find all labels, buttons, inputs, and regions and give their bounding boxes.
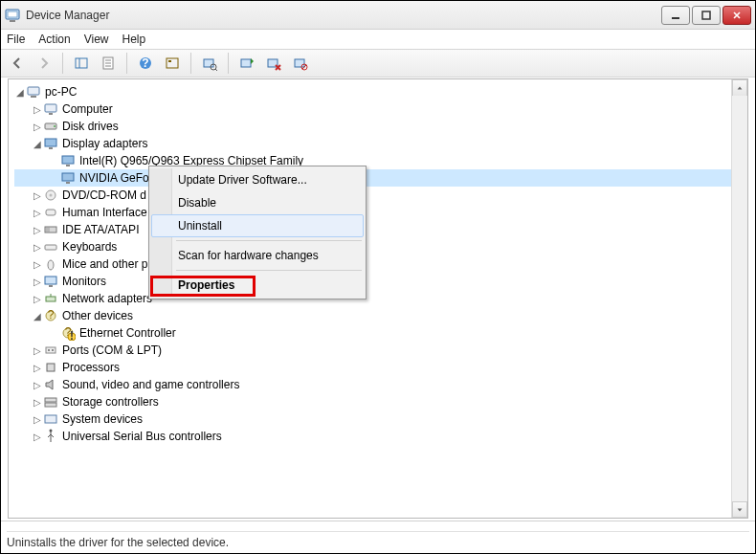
device-icon	[43, 429, 58, 444]
tree-item-label: Storage controllers	[62, 395, 159, 409]
toolbar: ?	[1, 49, 755, 78]
device-tree[interactable]: ◢pc-PC▷Computer▷Disk drives◢Display adap…	[9, 79, 747, 449]
action-button[interactable]	[160, 52, 185, 75]
expand-toggle[interactable]: ◢	[32, 139, 43, 149]
scroll-down-button[interactable]	[732, 501, 747, 518]
tree-item-label: IDE ATA/ATAPI	[62, 223, 139, 236]
svg-rect-45	[46, 297, 56, 301]
tree-item[interactable]: ▷Sound, video and game controllers	[14, 376, 742, 393]
tree-item[interactable]: ▷Processors	[14, 359, 742, 376]
expand-toggle[interactable]: ▷	[32, 294, 43, 304]
context-menu-item[interactable]: Scan for hardware changes	[151, 244, 364, 267]
expand-toggle[interactable]: ▷	[32, 225, 43, 235]
back-button[interactable]	[5, 52, 30, 75]
tree-item[interactable]: ?!Ethernet Controller	[14, 324, 742, 342]
context-menu-item[interactable]: Properties	[151, 274, 364, 297]
svg-rect-24	[31, 96, 36, 98]
menu-file[interactable]: File	[7, 33, 25, 46]
expand-toggle[interactable]: ▷	[32, 380, 43, 390]
tree-item[interactable]: Intel(R) Q965/Q963 Express Chipset Famil…	[14, 152, 742, 169]
menu-separator	[176, 240, 362, 241]
tree-item[interactable]: ▷Computer	[14, 100, 742, 118]
tree-item[interactable]: ▷Mice and other p	[14, 255, 742, 273]
minimize-button[interactable]	[661, 6, 690, 25]
svg-rect-25	[45, 104, 56, 112]
tree-item-label: Mice and other p	[62, 257, 147, 271]
device-icon	[43, 136, 58, 151]
svg-text:!: !	[70, 329, 74, 341]
expand-toggle[interactable]: ◢	[32, 311, 43, 321]
device-icon	[43, 101, 58, 117]
svg-point-55	[52, 349, 54, 351]
tree-item[interactable]: ▷IDE ATA/ATAPI	[14, 221, 742, 238]
uninstall-button[interactable]	[261, 52, 286, 75]
device-icon	[43, 360, 58, 375]
tree-item[interactable]: ▷Disk drives	[14, 118, 742, 135]
tree-item-label: Network adapters	[62, 292, 152, 305]
svg-point-42	[48, 260, 54, 270]
scrollbar[interactable]	[731, 79, 747, 518]
update-driver-button[interactable]	[234, 52, 259, 75]
expand-toggle[interactable]: ▷	[32, 363, 43, 373]
forward-button[interactable]	[32, 52, 56, 75]
tree-item[interactable]: ▷Ports (COM & LPT)	[14, 342, 742, 359]
svg-rect-13	[167, 58, 178, 68]
svg-line-17	[215, 69, 217, 71]
device-icon: ?!	[60, 325, 76, 341]
expand-toggle[interactable]: ▷	[32, 414, 43, 425]
help-button[interactable]: ?	[133, 52, 158, 75]
tree-item-label: Computer	[62, 102, 113, 116]
context-menu-item[interactable]: Disable	[151, 191, 364, 214]
expand-toggle[interactable]: ▷	[32, 104, 43, 115]
properties-button[interactable]	[96, 52, 121, 75]
expand-toggle[interactable]: ▷	[32, 432, 43, 442]
tree-item[interactable]: ▷Universal Serial Bus controllers	[14, 428, 742, 445]
menu-help[interactable]: Help	[122, 33, 146, 46]
expand-toggle[interactable]: ◢	[14, 87, 26, 98]
menu-view[interactable]: View	[84, 33, 109, 46]
menu-action[interactable]: Action	[38, 33, 70, 46]
tree-item[interactable]: ▷Keyboards	[14, 238, 742, 255]
tree-item[interactable]: ◢?Other devices	[14, 307, 742, 324]
tree-item[interactable]: ▷Human Interface	[14, 204, 742, 221]
tree-item[interactable]: ◢Display adapters	[14, 135, 742, 152]
titlebar: Device Manager	[1, 1, 755, 30]
svg-rect-2	[10, 20, 15, 22]
svg-rect-31	[62, 156, 74, 164]
context-menu-item[interactable]: Update Driver Software...	[151, 168, 364, 191]
tree-item[interactable]: ▷Monitors	[14, 273, 742, 290]
tree-item[interactable]: ▷System devices	[14, 410, 742, 428]
svg-rect-58	[45, 403, 56, 407]
device-icon	[43, 256, 58, 272]
tree-item-label: Human Interface	[62, 206, 147, 219]
disable-button[interactable]	[288, 52, 313, 75]
tree-item[interactable]: ▷DVD/CD-ROM d	[14, 187, 742, 204]
close-button[interactable]	[723, 6, 751, 25]
expand-toggle[interactable]: ▷	[32, 242, 43, 253]
svg-rect-23	[28, 87, 39, 95]
tree-item[interactable]: NVIDIA GeFo	[14, 169, 742, 187]
tree-item[interactable]: ▷Storage controllers	[14, 393, 742, 410]
svg-rect-18	[241, 59, 251, 67]
device-icon	[43, 274, 58, 289]
context-menu[interactable]: Update Driver Software...DisableUninstal…	[148, 166, 367, 299]
context-menu-item[interactable]: Uninstall	[151, 214, 364, 237]
show-hide-console-tree-button[interactable]	[69, 52, 94, 75]
app-icon	[5, 8, 20, 23]
svg-rect-33	[62, 173, 74, 181]
svg-rect-4	[702, 11, 710, 19]
expand-toggle[interactable]: ▷	[32, 190, 43, 201]
scroll-up-button[interactable]	[732, 79, 747, 96]
tree-item[interactable]: ▷Network adapters	[14, 290, 742, 307]
svg-point-54	[48, 349, 50, 351]
expand-toggle[interactable]: ▷	[32, 259, 43, 270]
expand-toggle[interactable]: ▷	[32, 122, 43, 132]
expand-toggle[interactable]: ▷	[32, 208, 43, 218]
tree-item[interactable]: ◢pc-PC	[14, 83, 742, 100]
expand-toggle[interactable]: ▷	[32, 277, 43, 287]
tree-item-label: System devices	[62, 412, 143, 426]
expand-toggle[interactable]: ▷	[32, 397, 43, 408]
maximize-button[interactable]	[692, 6, 721, 25]
expand-toggle[interactable]: ▷	[32, 345, 43, 356]
scan-hardware-button[interactable]	[197, 52, 222, 75]
